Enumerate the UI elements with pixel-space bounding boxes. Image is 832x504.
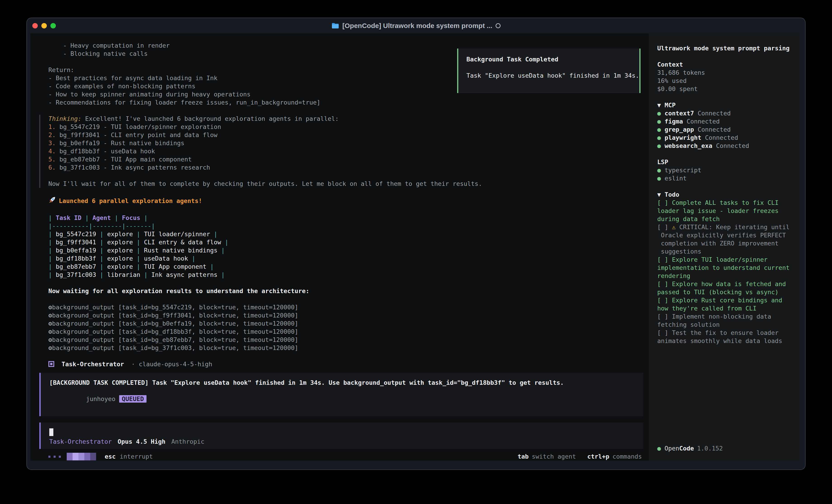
mcp-item: ● playwright Connected <box>657 134 793 142</box>
composer-model[interactable]: Opus 4.5 High <box>118 438 165 446</box>
mcp-heading[interactable]: ▼ MCP <box>657 101 793 109</box>
tool-call-line: ⚙background_output [task_id=bg_df18bb3f,… <box>48 328 640 336</box>
thinking-item-line: 6. bg_37f1c003 - Ink async patterns rese… <box>48 164 640 172</box>
lsp-list: ● typescript● eslint <box>657 166 793 183</box>
chevron-down-icon: ▼ <box>657 102 665 109</box>
todo-item: [ ] Explore Rust core bindings and how t… <box>657 296 793 312</box>
context-spent: $0.00 spent <box>657 85 793 93</box>
mcp-name: websearch_exa <box>665 142 712 149</box>
green-dot-icon: ● <box>657 110 665 117</box>
thinking-intro-line: Thinking: Excellent! I've launched 6 bac… <box>48 115 640 123</box>
todo-list: [ ] Complete ALL tasks to fix CLI loader… <box>657 199 793 345</box>
toast-title: Background Task Completed <box>466 55 640 63</box>
mcp-item: ● grep_app Connected <box>657 125 793 134</box>
mcp-list: ● context7 Connected● figma Connected● g… <box>657 109 793 150</box>
lsp-heading: LSP <box>657 158 793 166</box>
thinking-item-line: 2. bg_f9ff3041 - CLI entry point and dat… <box>48 131 640 139</box>
tab-action-label: switch agent <box>532 452 576 460</box>
window-content: - Heavy computation in render - Blocking… <box>30 33 800 460</box>
context-heading: Context <box>657 60 793 68</box>
background-task-toast[interactable]: Background Task Completed Task "Explore … <box>457 49 641 93</box>
green-dot-icon: ● <box>657 118 665 125</box>
agent-name: Task-Orchestrator <box>58 361 124 368</box>
blank-line <box>48 172 640 180</box>
mcp-item: ● context7 Connected <box>657 109 793 117</box>
lsp-name: eslint <box>665 175 687 182</box>
tool-call-line: ⚙background_output [task_id=bg_eb87ebb7,… <box>48 336 640 344</box>
table-row: | bg_f9ff3041 | explore | CLI entry & da… <box>48 238 640 246</box>
lsp-section: LSP ● typescript● eslint <box>657 158 793 183</box>
green-dot-icon: ● <box>657 134 665 141</box>
lsp-name: typescript <box>665 167 702 174</box>
context-section: Context 31,686 tokens 16% used $0.00 spe… <box>657 60 793 93</box>
status-right: tab switch agent ctrl+p commands <box>518 452 642 460</box>
table-row: | bg_b0effa19 | explore | Rust native bi… <box>48 246 640 254</box>
message-author: junhoyeo <box>86 395 115 402</box>
gear-icon: ⚙ <box>48 304 52 311</box>
mcp-status: Connected <box>694 110 731 117</box>
todo-item: [ ] Test the fix to ensure loader animat… <box>657 329 793 345</box>
blank-line <box>48 352 640 360</box>
todo-heading[interactable]: ▼ Todo <box>657 191 793 199</box>
green-dot-icon: ● <box>657 142 665 149</box>
mcp-name: context7 <box>665 110 694 117</box>
thinking-outro-line: Now I'll wait for all of them to complet… <box>48 180 640 188</box>
sidebar: Ultrawork mode system prompt parsing Con… <box>649 33 800 460</box>
composer-input[interactable]: Task-Orchestrator Opus 4.5 High Anthropi… <box>40 422 643 449</box>
status-left: esc interrupt <box>48 452 153 460</box>
table-separator-row: |----------|--------|-------| <box>48 222 640 230</box>
tool-call-line: ⚙background_output [task_id=bg_f9ff3041,… <box>48 311 640 319</box>
online-dot-icon: ● <box>657 444 661 452</box>
window-controls <box>32 18 56 33</box>
mcp-status: Connected <box>683 118 720 125</box>
background-task-message[interactable]: [BACKGROUND TASK COMPLETED] Task "Explor… <box>40 373 643 416</box>
mcp-status: Connected <box>694 126 731 133</box>
terminal-window: [OpenCode] Ultrawork mode system prompt … <box>26 18 806 470</box>
todo-item: [ ] Implement non-blocking data fetching… <box>657 312 793 329</box>
text-cursor <box>49 428 53 436</box>
tab-key-hint: tab <box>518 452 529 460</box>
composer-footer: Task-Orchestrator Opus 4.5 High Anthropi… <box>49 438 643 446</box>
ctrlp-key-hint: ctrl+p <box>587 452 609 460</box>
tool-call-text: background_output [task_id=bg_b0effa19, … <box>52 320 298 327</box>
tool-call-text: background_output [task_id=bg_37f1c003, … <box>52 344 298 352</box>
tool-call-text: background_output [task_id=bg_eb87ebb7, … <box>52 336 298 343</box>
folder-icon <box>332 23 339 29</box>
composer-provider: Anthropic <box>172 438 204 446</box>
zoom-button[interactable] <box>50 23 56 28</box>
tool-call-text: background_output [task_id=bg_5547c219, … <box>52 304 298 311</box>
esc-key-hint: esc <box>105 452 116 460</box>
desktop: { "colors": { "dim": "#9aa0a5", "accent-… <box>0 0 832 504</box>
table-row: | bg_eb87ebb7 | explore | TUI App compon… <box>48 262 640 271</box>
ctrlp-action-label: commands <box>613 452 642 460</box>
gear-icon: ⚙ <box>48 312 52 319</box>
close-button[interactable] <box>32 23 38 28</box>
lsp-item: ● eslint <box>657 174 793 183</box>
lsp-item: ● typescript <box>657 166 793 174</box>
blank-line <box>48 295 640 303</box>
agent-header-line: Task-Orchestrator · claude-opus-4-5-high <box>48 360 640 368</box>
minimize-button[interactable] <box>42 23 47 28</box>
green-dot-icon: ● <box>657 167 665 174</box>
thinking-block: Thinking: Excellent! I've launched 6 bac… <box>40 115 640 188</box>
context-tokens: 31,686 tokens <box>657 68 793 77</box>
mcp-item: ● websearch_exa Connected <box>657 142 793 150</box>
table-header-row: | Task ID | Agent | Focus | <box>48 214 640 222</box>
green-dot-icon: ● <box>657 126 665 133</box>
blank-line <box>48 279 640 287</box>
gear-icon: ⚙ <box>48 328 52 335</box>
todo-item: [ ] Explore TUI loader/spinner implement… <box>657 256 793 280</box>
session-title: Ultrawork mode system prompt parsing <box>657 44 793 52</box>
table-row: | bg_df18bb3f | explore | useData hook | <box>48 254 640 262</box>
warning-icon: ⚠ <box>672 224 676 230</box>
transcript-line: - Recommendations for fixing loader free… <box>48 99 640 107</box>
todo-item: [ ] ⚠ CRITICAL: Keep iterating until Ora… <box>657 223 793 256</box>
composer-agent[interactable]: Task-Orchestrator <box>49 438 112 446</box>
tool-call-line: ⚙background_output [task_id=bg_37f1c003,… <box>48 344 640 352</box>
thinking-item-line: 4. bg_df18bb3f - useData hook <box>48 147 640 156</box>
table-row: | bg_37f1c003 | librarian | Ink async pa… <box>48 271 640 279</box>
gear-icon: ⚙ <box>48 344 52 352</box>
mcp-section: ▼ MCP ● context7 Connected● figma Connec… <box>657 101 793 150</box>
busy-spinner-icon <box>48 453 96 460</box>
mcp-name: figma <box>665 118 683 125</box>
